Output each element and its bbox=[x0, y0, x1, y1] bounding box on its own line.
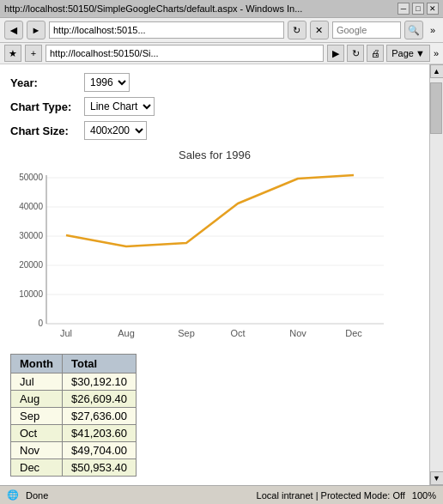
table-row: Dec$50,953.40 bbox=[11, 459, 137, 477]
table-cell-month: Dec bbox=[11, 459, 63, 477]
toolbar-url-display[interactable] bbox=[46, 45, 324, 62]
scroll-down-button[interactable]: ▼ bbox=[430, 471, 444, 485]
add-favorites-icon[interactable]: + bbox=[25, 45, 42, 62]
page-label: Page bbox=[391, 48, 414, 58]
close-button[interactable]: ✕ bbox=[427, 3, 439, 15]
year-select[interactable]: 1996 1997 1998 bbox=[84, 73, 130, 92]
svg-text:10000: 10000 bbox=[19, 289, 43, 299]
table-cell-total: $49,704.00 bbox=[62, 442, 136, 459]
table-cell-total: $41,203.60 bbox=[62, 425, 136, 442]
svg-text:Aug: Aug bbox=[118, 328, 135, 338]
svg-text:Oct: Oct bbox=[230, 328, 245, 338]
table-cell-month: Nov bbox=[11, 442, 63, 459]
year-row: Year: 1996 1997 1998 bbox=[10, 73, 419, 92]
status-bar: 🌐 Done Local intranet | Protected Mode: … bbox=[0, 485, 443, 504]
search-go-button[interactable]: 🔍 bbox=[404, 21, 423, 39]
status-icon: 🌐 bbox=[7, 489, 19, 501]
table-cell-total: $30,192.10 bbox=[62, 373, 136, 391]
year-label: Year: bbox=[10, 76, 79, 89]
chart-type-row: Chart Type: Line Chart Bar Chart Pie Cha… bbox=[10, 97, 419, 116]
print-icon[interactable]: 🖨 bbox=[367, 45, 384, 62]
chart-title: Sales for 1996 bbox=[10, 149, 419, 161]
nav-icon[interactable]: ▶ bbox=[327, 45, 344, 62]
status-text: Done bbox=[26, 490, 48, 501]
scrollbar: ▲ ▼ bbox=[429, 64, 443, 485]
status-right: Local intranet | Protected Mode: Off 100… bbox=[257, 490, 436, 501]
svg-text:20000: 20000 bbox=[19, 260, 43, 270]
svg-text:40000: 40000 bbox=[19, 202, 43, 211]
content-area: Year: 1996 1997 1998 Chart Type: Line Ch… bbox=[0, 64, 429, 485]
forward-button[interactable]: ► bbox=[27, 21, 46, 39]
table-row: Nov$49,704.00 bbox=[11, 442, 137, 459]
table-cell-month: Sep bbox=[11, 408, 63, 425]
refresh-icon[interactable]: ↻ bbox=[347, 45, 364, 62]
scroll-track[interactable] bbox=[430, 78, 443, 471]
search-input[interactable] bbox=[332, 21, 401, 39]
minimize-button[interactable]: ─ bbox=[397, 3, 410, 15]
extend-icon: » bbox=[427, 25, 439, 35]
chart-type-select[interactable]: Line Chart Bar Chart Pie Chart bbox=[84, 97, 155, 116]
chart-size-select[interactable]: 400x200 600x300 800x400 bbox=[84, 121, 147, 140]
data-table: Month Total Jul$30,192.10Aug$26,609.40Se… bbox=[10, 354, 137, 477]
address-input[interactable] bbox=[49, 21, 284, 39]
toolbar: ★ + ▶ ↻ 🖨 Page ▼ » bbox=[0, 43, 443, 64]
table-row: Jul$30,192.10 bbox=[11, 373, 137, 391]
favorites-icon[interactable]: ★ bbox=[4, 45, 21, 62]
col-month-header: Month bbox=[11, 355, 63, 373]
col-total-header: Total bbox=[62, 355, 136, 373]
table-row: Oct$41,203.60 bbox=[11, 425, 137, 442]
window-title: http://localhost:50150/SimpleGoogleChart… bbox=[4, 3, 302, 14]
chart-container: Sales for 1996 0 10000 20000 30000 40000… bbox=[10, 149, 419, 345]
page-menu-button[interactable]: Page ▼ bbox=[386, 45, 430, 62]
back-button[interactable]: ◄ bbox=[4, 21, 23, 39]
toolbar-extend-icon: » bbox=[434, 48, 439, 58]
scroll-thumb[interactable] bbox=[430, 82, 442, 134]
address-bar bbox=[49, 21, 284, 39]
chart-size-row: Chart Size: 400x200 600x300 800x400 bbox=[10, 121, 419, 140]
nav-bar: ◄ ► ↻ ✕ 🔍 » bbox=[0, 18, 443, 43]
svg-text:Dec: Dec bbox=[345, 328, 362, 338]
status-zone: Local intranet | Protected Mode: Off bbox=[257, 490, 405, 501]
chart-type-label: Chart Type: bbox=[10, 100, 79, 113]
svg-text:Jul: Jul bbox=[60, 328, 72, 338]
svg-text:0: 0 bbox=[38, 319, 43, 328]
table-cell-total: $26,609.40 bbox=[62, 391, 136, 408]
table-cell-total: $27,636.00 bbox=[62, 408, 136, 425]
table-cell-total: $50,953.40 bbox=[62, 459, 136, 477]
stop-button[interactable]: ✕ bbox=[310, 21, 329, 39]
page-chevron-icon: ▼ bbox=[416, 48, 425, 58]
svg-text:50000: 50000 bbox=[19, 173, 43, 182]
table-cell-month: Aug bbox=[11, 391, 63, 408]
scroll-up-button[interactable]: ▲ bbox=[430, 64, 444, 78]
svg-text:Sep: Sep bbox=[178, 328, 195, 338]
status-left: 🌐 Done bbox=[7, 489, 48, 501]
chart-size-label: Chart Size: bbox=[10, 124, 79, 137]
chart-svg: 0 10000 20000 30000 40000 50000 Jul Aug bbox=[10, 165, 397, 345]
svg-text:Nov: Nov bbox=[289, 328, 306, 338]
table-cell-month: Oct bbox=[11, 425, 63, 442]
table-cell-month: Jul bbox=[11, 373, 63, 391]
refresh-button[interactable]: ↻ bbox=[288, 21, 306, 39]
svg-text:30000: 30000 bbox=[19, 231, 43, 240]
table-row: Sep$27,636.00 bbox=[11, 408, 137, 425]
table-row: Aug$26,609.40 bbox=[11, 391, 137, 408]
main-area: Year: 1996 1997 1998 Chart Type: Line Ch… bbox=[0, 64, 443, 485]
title-bar: http://localhost:50150/SimpleGoogleChart… bbox=[0, 0, 443, 18]
status-zoom: 100% bbox=[412, 490, 436, 501]
maximize-button[interactable]: □ bbox=[412, 3, 424, 15]
